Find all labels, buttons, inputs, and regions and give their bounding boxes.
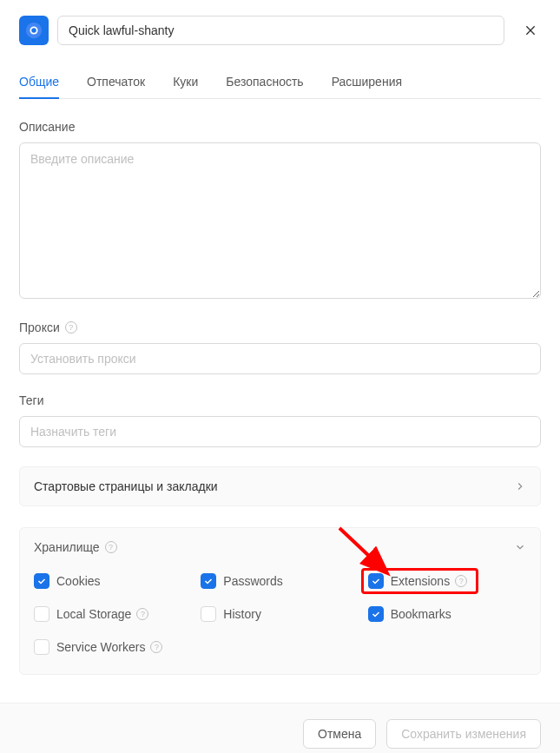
checkbox[interactable] (201, 573, 216, 589)
tab-security[interactable]: Безопасность (226, 66, 303, 99)
app-icon (19, 16, 49, 45)
cancel-button[interactable]: Отмена (303, 719, 376, 749)
checkbox-label: Extensions? (391, 574, 467, 588)
storage-section: Хранилище ? CookiesPasswordsExtensions?L… (19, 527, 541, 675)
description-input[interactable] (19, 142, 541, 299)
chevron-right-icon (514, 480, 526, 492)
storage-item-history[interactable]: History (201, 606, 359, 622)
tab-general[interactable]: Общие (19, 66, 59, 99)
storage-item-passwords[interactable]: Passwords (201, 573, 359, 589)
help-icon[interactable]: ? (105, 541, 117, 553)
proxy-label-text: Прокси (19, 320, 60, 334)
tab-fingerprint[interactable]: Отпечаток (87, 66, 145, 99)
help-icon[interactable]: ? (136, 608, 148, 620)
checkbox[interactable] (201, 606, 216, 622)
checkbox[interactable] (34, 573, 49, 589)
svg-point-2 (31, 28, 36, 33)
save-button[interactable]: Сохранить изменения (386, 719, 541, 749)
checkbox[interactable] (368, 606, 384, 622)
checkbox[interactable] (34, 606, 49, 622)
checkbox-label: Passwords (223, 574, 282, 588)
checkbox-label: Cookies (56, 574, 101, 588)
storage-item-service-workers[interactable]: Service Workers? (34, 639, 192, 655)
checkbox-label: Bookmarks (391, 607, 451, 621)
proxy-group: Прокси ? (19, 320, 541, 374)
chevron-down-icon (514, 541, 526, 553)
proxy-label: Прокси ? (19, 320, 541, 334)
storage-item-local-storage[interactable]: Local Storage? (34, 606, 192, 622)
storage-item-bookmarks[interactable]: Bookmarks (368, 606, 526, 622)
tab-cookies[interactable]: Куки (173, 66, 198, 99)
checkbox[interactable] (368, 573, 384, 589)
startpages-header[interactable]: Стартовые страницы и закладки (20, 467, 540, 505)
tab-extensions[interactable]: Расширения (332, 66, 402, 99)
close-button[interactable] (520, 20, 541, 41)
proxy-input[interactable] (19, 343, 541, 374)
storage-header[interactable]: Хранилище ? (20, 528, 540, 566)
checkbox[interactable] (34, 639, 49, 655)
storage-item-cookies[interactable]: Cookies (34, 573, 192, 589)
tags-label: Теги (19, 393, 541, 407)
header-row (19, 16, 541, 45)
tabs: Общие Отпечаток Куки Безопасность Расшир… (19, 66, 541, 99)
help-icon[interactable]: ? (455, 575, 467, 587)
startpages-section: Стартовые страницы и закладки (19, 466, 541, 506)
description-label: Описание (19, 120, 541, 134)
close-icon (524, 23, 537, 37)
storage-item-extensions[interactable]: Extensions? (368, 573, 526, 589)
checkbox-label: Service Workers? (56, 640, 162, 654)
description-group: Описание (19, 120, 541, 301)
help-icon[interactable]: ? (65, 321, 77, 334)
checkbox-label: History (223, 607, 261, 621)
storage-grid: CookiesPasswordsExtensions?Local Storage… (20, 566, 540, 674)
startpages-title: Стартовые страницы и закладки (34, 479, 218, 493)
footer: Отмена Сохранить изменения (0, 703, 560, 753)
profile-name-input[interactable] (57, 16, 504, 45)
help-icon[interactable]: ? (150, 641, 162, 653)
tags-input[interactable] (19, 416, 541, 447)
tags-group: Теги (19, 393, 541, 447)
storage-title: Хранилище (34, 540, 100, 554)
checkbox-label: Local Storage? (56, 607, 148, 621)
